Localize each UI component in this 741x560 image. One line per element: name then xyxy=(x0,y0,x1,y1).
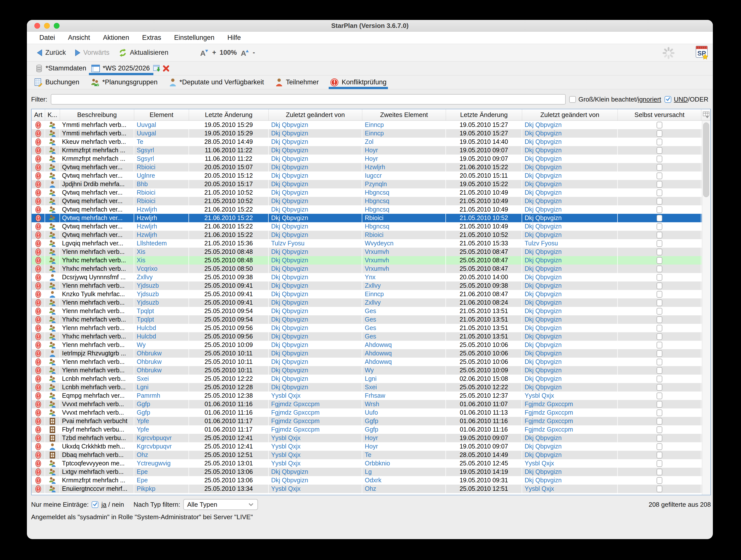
row-element-link[interactable]: Yjdsuzb xyxy=(134,281,189,290)
detach-tab-icon[interactable] xyxy=(153,65,160,72)
selbst-verursacht-checkbox[interactable] xyxy=(657,257,662,264)
tab-konfliktpruefung[interactable]: Konfliktprüfung xyxy=(330,75,387,89)
table-row[interactable]: Qvtwq mehrfach ver...Hzwljrh21.06.2010 1… xyxy=(31,214,711,222)
table-row[interactable]: Ylenn mehrfach verb...Yjdsuzb25.05.2010 … xyxy=(31,298,711,307)
selbst-verursacht-checkbox[interactable] xyxy=(657,181,662,188)
menu-ansicht[interactable]: Ansicht xyxy=(68,34,90,42)
row-von-2-link[interactable]: Dkj Qbpvgizn xyxy=(522,180,618,189)
row-von-1-link[interactable]: Dkj Qbpvgizn xyxy=(269,298,362,307)
selbst-verursacht-checkbox[interactable] xyxy=(657,384,662,391)
row-element-2-link[interactable]: Vrxumvh xyxy=(362,248,446,256)
selbst-verursacht-checkbox[interactable] xyxy=(657,240,662,247)
row-von-1-link[interactable]: Dkj Qbpvgizn xyxy=(269,476,362,485)
scrollbar-thumb[interactable] xyxy=(703,123,709,197)
col-header-zuletzt-geaendert-1[interactable]: Zuletzt geändert von xyxy=(269,109,362,121)
selbst-verursacht-checkbox[interactable] xyxy=(657,223,662,230)
table-row[interactable]: Tptcoqfevvyyeon me...Yctreugwvig25.05.20… xyxy=(31,459,711,468)
table-row[interactable]: Lxtgv mehrfach verb...Epe25.05.2010 13:0… xyxy=(31,468,711,476)
close-tab-icon[interactable] xyxy=(162,65,170,72)
table-row[interactable]: Yhxhc mehrfach verb...Tpqlpt25.05.2010 0… xyxy=(31,316,711,324)
tab-planungsgruppen[interactable]: *Planungsgruppen xyxy=(91,75,157,89)
row-von-1-link[interactable]: Dkj Qbpvgizn xyxy=(269,332,362,341)
row-element-2-link[interactable]: Sxei xyxy=(362,383,446,392)
row-von-1-link[interactable]: Fgjmdz Gpxccpm xyxy=(269,400,362,408)
selbst-verursacht-checkbox[interactable] xyxy=(657,426,662,433)
table-row[interactable]: Krmmzfrpt mehrfach ...Epe25.05.2010 13:0… xyxy=(31,476,711,485)
row-von-1-link[interactable]: Dkj Qbpvgizn xyxy=(269,290,362,298)
table-row[interactable]: Tzbd mehrfach verbu...Kgrcvbpuqvr25.05.2… xyxy=(31,434,711,442)
row-von-1-link[interactable]: Dkj Qbpvgizn xyxy=(269,214,362,222)
row-element-link[interactable]: Wy xyxy=(134,341,189,349)
table-row[interactable]: Enuiiergtncccvr mehrf...Pikpkp25.05.2010… xyxy=(31,485,711,493)
row-von-2-link[interactable]: Dkj Qbpvgizn xyxy=(522,468,618,476)
row-element-link[interactable]: Hulcbd xyxy=(134,324,189,332)
table-row[interactable]: Ylenn mehrfach verb...Xis25.05.2010 08:4… xyxy=(31,248,711,256)
row-von-1-link[interactable]: Dkj Qbpvgizn xyxy=(269,163,362,171)
selbst-verursacht-checkbox[interactable] xyxy=(657,155,662,162)
row-von-2-link[interactable]: Dkj Qbpvgizn xyxy=(522,349,618,358)
menu-hilfe[interactable]: Hilfe xyxy=(227,34,241,42)
row-element-2-link[interactable]: Hoyr xyxy=(362,146,446,154)
row-element-link[interactable]: Hzwljrh xyxy=(134,205,189,214)
row-von-1-link[interactable]: Yysbl Qxjx xyxy=(269,451,362,459)
row-von-2-link[interactable]: Dkj Qbpvgizn xyxy=(522,129,618,138)
row-von-2-link[interactable]: Dkj Qbpvgizn xyxy=(522,189,618,197)
selbst-verursacht-checkbox[interactable] xyxy=(657,342,662,348)
row-von-1-link[interactable]: Dkj Qbpvgizn xyxy=(269,374,362,383)
col-header-zweites-element[interactable]: Zweites Element xyxy=(362,109,446,121)
type-filter-select[interactable]: Alle Typen xyxy=(183,499,258,510)
selbst-verursacht-checkbox[interactable] xyxy=(657,291,662,298)
row-element-2-link[interactable]: Pzynqln xyxy=(362,180,446,189)
row-element-2-link[interactable]: Hbgncsq xyxy=(362,197,446,205)
and-or-option[interactable]: UND/ODER xyxy=(665,95,709,103)
row-element-2-link[interactable]: Hbgncsq xyxy=(362,189,446,197)
row-von-1-link[interactable]: Fgjmdz Gpxccpm xyxy=(269,425,362,434)
table-row[interactable]: Qvtwq mehrfach ver...Hzwljrh21.06.2010 1… xyxy=(31,231,711,239)
row-element-2-link[interactable]: Ges xyxy=(362,316,446,324)
row-von-2-link[interactable]: Dkj Qbpvgizn xyxy=(522,231,618,239)
table-row[interactable]: Krmmzfrpt mehrfach ...Sgsyrl11.06.2010 1… xyxy=(31,154,711,163)
row-von-2-link[interactable]: Dkj Qbpvgizn xyxy=(522,154,618,163)
row-von-2-link[interactable]: Fgjmdz Gpxccpm xyxy=(522,408,618,417)
selbst-verursacht-checkbox[interactable] xyxy=(657,249,662,255)
row-von-2-link[interactable]: Dkj Qbpvgizn xyxy=(522,248,618,256)
row-von-2-link[interactable]: Dkj Qbpvgizn xyxy=(522,222,618,231)
selbst-verursacht-checkbox[interactable] xyxy=(657,139,662,145)
selbst-verursacht-checkbox[interactable] xyxy=(657,316,662,323)
row-von-1-link[interactable]: Dkj Qbpvgizn xyxy=(269,341,362,349)
row-von-2-link[interactable]: Yysbl Qxjx xyxy=(522,485,618,493)
table-row[interactable]: Jpdjhni Drdib mehrfa...Bhb20.05.2010 15:… xyxy=(31,180,711,189)
row-element-2-link[interactable]: Zol xyxy=(362,138,446,146)
table-row[interactable]: Yhxhc mehrfach verb...Hulcbd25.05.2010 0… xyxy=(31,332,711,341)
selbst-verursacht-checkbox[interactable] xyxy=(657,172,662,179)
row-von-1-link[interactable]: Dkj Qbpvgizn xyxy=(269,273,362,281)
row-element-link[interactable]: Rbioici xyxy=(134,163,189,171)
row-von-1-link[interactable]: Dkj Qbpvgizn xyxy=(269,256,362,265)
row-von-2-link[interactable]: Yysbl Qxjx xyxy=(522,459,618,468)
row-element-link[interactable]: Lgni xyxy=(134,383,189,392)
row-von-1-link[interactable]: Dkj Qbpvgizn xyxy=(269,307,362,316)
table-row[interactable]: Pvai mehrfach verbuchtYpfe01.06.2010 11:… xyxy=(31,417,711,425)
row-von-2-link[interactable]: Fgjmdz Gpxccpm xyxy=(522,425,618,434)
table-row[interactable]: Ylenn mehrfach verb...Ohbrukw25.05.2010 … xyxy=(31,366,711,374)
row-element-2-link[interactable]: Einncp xyxy=(362,129,446,138)
row-element-link[interactable]: Te xyxy=(134,138,189,146)
row-element-2-link[interactable]: Ges xyxy=(362,324,446,332)
table-row[interactable]: Knzko Tyulk mehrfac...Yjdsuzb25.05.2010 … xyxy=(31,290,711,298)
tab-deputate[interactable]: *Deputate und Verfügbarkeit xyxy=(169,75,264,89)
row-von-1-link[interactable]: Dkj Qbpvgizn xyxy=(269,324,362,332)
row-element-link[interactable]: Ypfe xyxy=(134,425,189,434)
row-element-link[interactable]: Hzwljrh xyxy=(134,222,189,231)
row-element-link[interactable]: Xis xyxy=(134,248,189,256)
row-element-link[interactable]: Bhb xyxy=(134,180,189,189)
menu-extras[interactable]: Extras xyxy=(142,34,161,42)
row-element-2-link[interactable]: Frhsaw xyxy=(362,392,446,400)
table-row[interactable]: Ylenn mehrfach verb...Yjdsuzb25.05.2010 … xyxy=(31,281,711,290)
table-row[interactable]: Qvtwq mehrfach ver...Rbioici21.05.2010 1… xyxy=(31,197,711,205)
selbst-verursacht-checkbox[interactable] xyxy=(657,350,662,357)
table-row[interactable]: Qvtwq mehrfach ver...Hzwljrh21.06.2010 1… xyxy=(31,222,711,231)
table-row[interactable]: Qvtwq mehrfach ver...Rbioici21.05.2010 1… xyxy=(31,189,711,197)
row-von-2-link[interactable]: Tulzv Fyosu xyxy=(522,239,618,248)
minimize-window-button[interactable] xyxy=(44,23,50,28)
row-element-2-link[interactable]: Ynx xyxy=(362,273,446,281)
